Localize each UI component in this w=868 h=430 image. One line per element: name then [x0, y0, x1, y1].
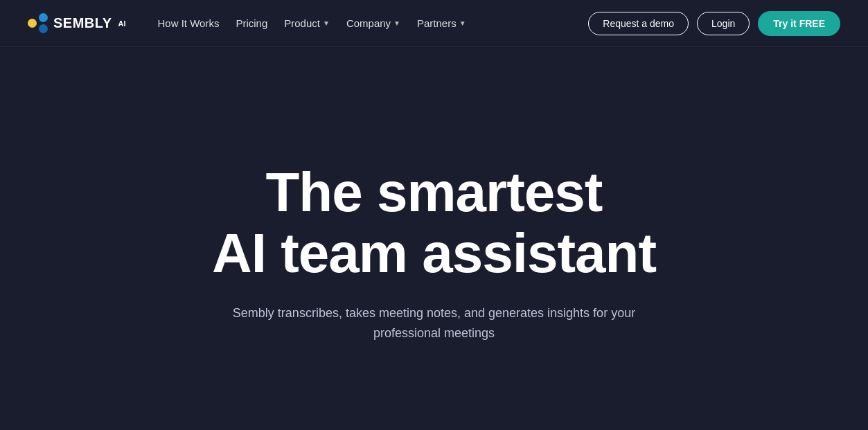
nav-left: SEMBLYAI How It Works Pricing Product ▼ … [28, 13, 473, 33]
dot-yellow [28, 19, 37, 28]
navbar: SEMBLYAI How It Works Pricing Product ▼ … [0, 0, 868, 47]
nav-link-how-it-works[interactable]: How It Works [151, 13, 227, 33]
partners-chevron-icon: ▼ [459, 19, 466, 27]
nav-link-pricing[interactable]: Pricing [229, 13, 274, 33]
nav-link-company[interactable]: Company ▼ [339, 13, 407, 33]
dot-blue-top [39, 13, 48, 22]
login-button[interactable]: Login [697, 12, 750, 35]
try-free-button[interactable]: Try it FREE [758, 11, 840, 36]
hero-section: The smartest AI team assistant Sembly tr… [0, 47, 868, 430]
nav-link-partners[interactable]: Partners ▼ [410, 13, 473, 33]
brand-name: SEMBLY [53, 15, 112, 31]
logo[interactable]: SEMBLYAI [28, 13, 126, 33]
nav-link-product[interactable]: Product ▼ [277, 13, 337, 33]
brand-ai: AI [118, 19, 126, 28]
nav-links: How It Works Pricing Product ▼ Company ▼… [151, 13, 473, 33]
dot-blue-bottom [39, 24, 48, 33]
request-demo-button[interactable]: Request a demo [588, 12, 689, 35]
hero-subtitle: Sembly transcribes, takes meeting notes,… [199, 303, 670, 343]
product-chevron-icon: ▼ [323, 19, 330, 27]
company-chevron-icon: ▼ [393, 19, 400, 27]
hero-title: The smartest AI team assistant [212, 162, 656, 284]
nav-right: Request a demo Login Try it FREE [588, 11, 840, 36]
logo-icon [28, 13, 48, 33]
